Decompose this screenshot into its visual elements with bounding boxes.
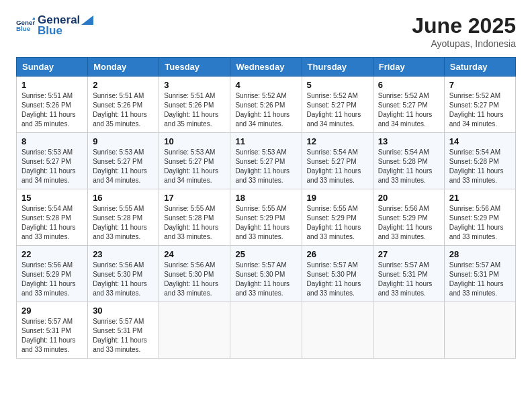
day-info: Sunrise: 5:57 AMSunset: 5:30 PMDaylight:… <box>307 261 368 298</box>
weekday-header-sunday: Sunday <box>17 58 88 77</box>
calendar-cell: 1Sunrise: 5:51 AMSunset: 5:26 PMDaylight… <box>17 77 88 133</box>
day-info: Sunrise: 5:52 AMSunset: 5:27 PMDaylight:… <box>449 91 511 129</box>
day-info: Sunrise: 5:55 AMSunset: 5:28 PMDaylight:… <box>93 204 154 242</box>
day-info: Sunrise: 5:57 AMSunset: 5:31 PMDaylight:… <box>449 261 511 298</box>
day-number: 17 <box>164 193 225 203</box>
day-info: Sunrise: 5:54 AMSunset: 5:28 PMDaylight:… <box>378 148 439 185</box>
calendar-cell: 8Sunrise: 5:53 AMSunset: 5:27 PMDaylight… <box>17 133 88 189</box>
weekday-header-wednesday: Wednesday <box>230 58 302 77</box>
calendar-cell: 16Sunrise: 5:55 AMSunset: 5:28 PMDayligh… <box>88 189 159 246</box>
weekday-header-monday: Monday <box>88 58 159 77</box>
day-info: Sunrise: 5:54 AMSunset: 5:28 PMDaylight:… <box>21 204 83 242</box>
day-info: Sunrise: 5:53 AMSunset: 5:27 PMDaylight:… <box>21 148 83 185</box>
day-number: 15 <box>21 193 83 203</box>
calendar-cell: 9Sunrise: 5:53 AMSunset: 5:27 PMDaylight… <box>88 133 159 189</box>
calendar-cell: 17Sunrise: 5:55 AMSunset: 5:28 PMDayligh… <box>159 189 230 246</box>
calendar-cell: 5Sunrise: 5:52 AMSunset: 5:27 PMDaylight… <box>302 77 373 133</box>
day-number: 22 <box>21 249 83 259</box>
calendar-cell: 21Sunrise: 5:56 AMSunset: 5:29 PMDayligh… <box>444 189 515 246</box>
month-year-title: June 2025 <box>412 13 516 38</box>
day-info: Sunrise: 5:53 AMSunset: 5:27 PMDaylight:… <box>235 148 296 185</box>
day-number: 14 <box>449 136 511 146</box>
svg-text:Blue: Blue <box>16 25 31 32</box>
calendar-cell: 20Sunrise: 5:56 AMSunset: 5:29 PMDayligh… <box>373 189 444 246</box>
calendar-cell <box>159 302 230 359</box>
weekday-header-saturday: Saturday <box>444 58 515 77</box>
day-info: Sunrise: 5:51 AMSunset: 5:26 PMDaylight:… <box>93 91 154 129</box>
day-number: 19 <box>307 193 368 203</box>
weekday-header-tuesday: Tuesday <box>159 58 230 77</box>
calendar-cell: 4Sunrise: 5:52 AMSunset: 5:26 PMDaylight… <box>230 77 302 133</box>
calendar-cell: 3Sunrise: 5:51 AMSunset: 5:26 PMDaylight… <box>159 77 230 133</box>
day-number: 7 <box>449 80 511 90</box>
calendar-cell: 26Sunrise: 5:57 AMSunset: 5:30 PMDayligh… <box>302 246 373 302</box>
day-number: 28 <box>449 249 511 259</box>
day-number: 25 <box>235 249 296 259</box>
day-info: Sunrise: 5:54 AMSunset: 5:28 PMDaylight:… <box>449 148 511 185</box>
calendar-week-row: 1Sunrise: 5:51 AMSunset: 5:26 PMDaylight… <box>17 77 516 133</box>
title-block: June 2025 Ayotupas, Indonesia <box>412 13 516 49</box>
calendar-cell: 27Sunrise: 5:57 AMSunset: 5:31 PMDayligh… <box>373 246 444 302</box>
day-number: 13 <box>378 136 439 146</box>
day-number: 4 <box>235 80 296 90</box>
weekday-header-thursday: Thursday <box>302 58 373 77</box>
calendar-week-row: 15Sunrise: 5:54 AMSunset: 5:28 PMDayligh… <box>17 189 516 246</box>
day-number: 20 <box>378 193 439 203</box>
calendar-week-row: 8Sunrise: 5:53 AMSunset: 5:27 PMDaylight… <box>17 133 516 189</box>
day-number: 3 <box>164 80 225 90</box>
day-number: 24 <box>164 249 225 259</box>
day-info: Sunrise: 5:56 AMSunset: 5:29 PMDaylight:… <box>378 204 439 242</box>
day-info: Sunrise: 5:56 AMSunset: 5:30 PMDaylight:… <box>164 261 225 298</box>
day-number: 23 <box>93 249 154 259</box>
day-number: 1 <box>21 80 83 90</box>
calendar-cell: 14Sunrise: 5:54 AMSunset: 5:28 PMDayligh… <box>444 133 515 189</box>
day-info: Sunrise: 5:54 AMSunset: 5:27 PMDaylight:… <box>307 148 368 185</box>
day-info: Sunrise: 5:53 AMSunset: 5:27 PMDaylight:… <box>164 148 225 185</box>
calendar-cell: 19Sunrise: 5:55 AMSunset: 5:29 PMDayligh… <box>302 189 373 246</box>
calendar-cell: 22Sunrise: 5:56 AMSunset: 5:29 PMDayligh… <box>17 246 88 302</box>
logo-icon: General Blue <box>16 16 35 35</box>
page-header: General Blue General Blue June 2025 Ayot… <box>16 13 516 49</box>
calendar-header-row: SundayMondayTuesdayWednesdayThursdayFrid… <box>17 58 516 77</box>
day-number: 9 <box>93 136 154 146</box>
calendar-cell: 6Sunrise: 5:52 AMSunset: 5:27 PMDaylight… <box>373 77 444 133</box>
day-number: 18 <box>235 193 296 203</box>
day-number: 27 <box>378 249 439 259</box>
day-info: Sunrise: 5:52 AMSunset: 5:26 PMDaylight:… <box>235 91 296 129</box>
day-number: 10 <box>164 136 225 146</box>
logo: General Blue General Blue <box>16 13 93 38</box>
calendar-cell: 28Sunrise: 5:57 AMSunset: 5:31 PMDayligh… <box>444 246 515 302</box>
day-number: 8 <box>21 136 83 146</box>
day-number: 2 <box>93 80 154 90</box>
day-info: Sunrise: 5:56 AMSunset: 5:29 PMDaylight:… <box>21 261 83 298</box>
calendar-cell: 13Sunrise: 5:54 AMSunset: 5:28 PMDayligh… <box>373 133 444 189</box>
calendar-week-row: 29Sunrise: 5:57 AMSunset: 5:31 PMDayligh… <box>17 302 516 359</box>
day-info: Sunrise: 5:52 AMSunset: 5:27 PMDaylight:… <box>307 91 368 129</box>
calendar-cell: 18Sunrise: 5:55 AMSunset: 5:29 PMDayligh… <box>230 189 302 246</box>
calendar-cell <box>302 302 373 359</box>
day-number: 16 <box>93 193 154 203</box>
day-number: 30 <box>93 306 154 316</box>
calendar-cell: 7Sunrise: 5:52 AMSunset: 5:27 PMDaylight… <box>444 77 515 133</box>
calendar-cell: 30Sunrise: 5:57 AMSunset: 5:31 PMDayligh… <box>88 302 159 359</box>
day-number: 29 <box>21 306 83 316</box>
calendar-cell: 25Sunrise: 5:57 AMSunset: 5:30 PMDayligh… <box>230 246 302 302</box>
day-info: Sunrise: 5:51 AMSunset: 5:26 PMDaylight:… <box>164 91 225 129</box>
calendar-cell: 11Sunrise: 5:53 AMSunset: 5:27 PMDayligh… <box>230 133 302 189</box>
day-number: 11 <box>235 136 296 146</box>
day-info: Sunrise: 5:55 AMSunset: 5:28 PMDaylight:… <box>164 204 225 242</box>
day-number: 12 <box>307 136 368 146</box>
calendar-cell: 10Sunrise: 5:53 AMSunset: 5:27 PMDayligh… <box>159 133 230 189</box>
svg-marker-3 <box>81 15 93 25</box>
calendar-cell <box>230 302 302 359</box>
weekday-header-friday: Friday <box>373 58 444 77</box>
day-info: Sunrise: 5:56 AMSunset: 5:29 PMDaylight:… <box>449 204 511 242</box>
day-number: 6 <box>378 80 439 90</box>
day-info: Sunrise: 5:55 AMSunset: 5:29 PMDaylight:… <box>235 204 296 242</box>
calendar-cell: 29Sunrise: 5:57 AMSunset: 5:31 PMDayligh… <box>17 302 88 359</box>
day-number: 5 <box>307 80 368 90</box>
calendar-cell: 23Sunrise: 5:56 AMSunset: 5:30 PMDayligh… <box>88 246 159 302</box>
logo-triangle-icon <box>81 15 93 25</box>
calendar-table: SundayMondayTuesdayWednesdayThursdayFrid… <box>16 57 516 359</box>
logo-blue: Blue <box>38 24 93 38</box>
